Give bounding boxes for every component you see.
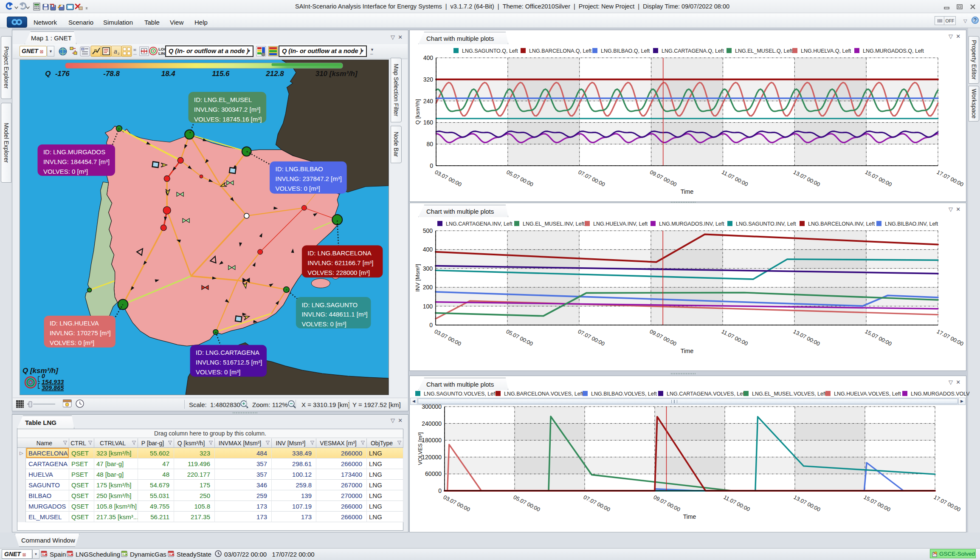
svg-text:INVLNG: 184454.7 [m³]: INVLNG: 184454.7 [m³] (43, 158, 110, 165)
svg-text:Q [ksm³/h]: Q [ksm³/h] (23, 367, 59, 375)
svg-text:a: a (114, 48, 117, 55)
svg-text:-176: -176 (55, 70, 70, 78)
svg-text:VOLVES: 0 [m³]: VOLVES: 0 [m³] (276, 185, 320, 192)
svg-text:INVLNG: 621166.7 [m³]: INVLNG: 621166.7 [m³] (307, 259, 373, 266)
svg-text:INVLNG: 516712.5 [m³]: INVLNG: 516712.5 [m³] (196, 359, 262, 366)
svg-text:ID: LNG.BARCELONA: ID: LNG.BARCELONA (307, 249, 371, 257)
svg-text:VOLVES: 0 [m³]: VOLVES: 0 [m³] (301, 320, 346, 328)
svg-text:VOLVES: 228000 [m³]: VOLVES: 228000 [m³] (307, 269, 370, 276)
svg-text:VOLVES: 18745.16 [m³]: VOLVES: 18745.16 [m³] (194, 116, 262, 123)
svg-text:310 [ksm³/h]: 310 [ksm³/h] (315, 70, 358, 78)
svg-text:VOLVES: 0 [m³]: VOLVES: 0 [m³] (43, 168, 88, 175)
svg-text:-78.8: -78.8 (103, 70, 120, 78)
svg-text:VOLVES: 0 [m³]: VOLVES: 0 [m³] (196, 368, 240, 376)
svg-text:INVLNG: 170275 [m³]: INVLNG: 170275 [m³] (50, 329, 111, 337)
svg-text:ID: LNG.EL_MUSEL: ID: LNG.EL_MUSEL (194, 96, 252, 103)
svg-text:LIN: LIN (158, 51, 165, 56)
svg-text:2: 2 (118, 52, 120, 56)
svg-text:INVLNG: 448611.1 [m³]: INVLNG: 448611.1 [m³] (301, 311, 367, 318)
svg-text:ID: LNG.BILBAO: ID: LNG.BILBAO (276, 165, 323, 173)
svg-text:INVLNG: 300347.2 [m³]: INVLNG: 300347.2 [m³] (194, 106, 260, 113)
svg-text:ID: LNG.CARTAGENA: ID: LNG.CARTAGENA (196, 349, 259, 356)
svg-text:VOLVES: 0 [m³]: VOLVES: 0 [m³] (50, 339, 94, 346)
svg-text:115.6: 115.6 (212, 70, 230, 78)
svg-text:ID: LNG.HUELVA: ID: LNG.HUELVA (50, 320, 99, 327)
svg-text:309.865: 309.865 (42, 385, 64, 391)
svg-text:Q: Q (45, 70, 51, 78)
svg-text:ID: LNG.SAGUNTO: ID: LNG.SAGUNTO (301, 301, 358, 308)
svg-text:INVLNG: 237847.2 [m³]: INVLNG: 237847.2 [m³] (276, 175, 342, 182)
svg-text:ID: LNG.MURGADOS: ID: LNG.MURGADOS (43, 148, 105, 156)
svg-text:212.8: 212.8 (265, 70, 284, 78)
svg-text:18.4: 18.4 (161, 70, 176, 78)
